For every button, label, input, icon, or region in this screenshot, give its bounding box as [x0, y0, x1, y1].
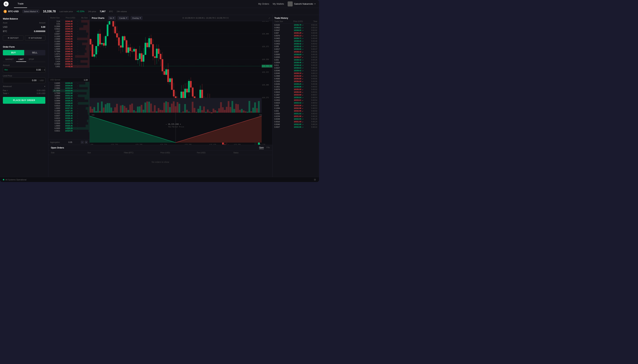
- my-wallets-link[interactable]: My Wallets: [273, 2, 284, 5]
- trade-history-row[interactable]: 0.2933 10336.80 ↙ 9:49:06: [273, 80, 319, 83]
- expand-icon[interactable]: ⤢: [268, 17, 270, 19]
- trade-history-row[interactable]: 0.1094 10332.96 ↙ 9:48:53: [273, 107, 319, 110]
- aggregation-minus-button[interactable]: −: [81, 141, 84, 144]
- advanced-toggle[interactable]: Advanced ▾: [3, 85, 45, 88]
- bid-row[interactable]: 6.0000 10325.25 -: [48, 127, 90, 130]
- ask-row[interactable]: 0.01 10344.40 -: [48, 22, 90, 25]
- select-market-dropdown[interactable]: Select Market ▾: [23, 10, 40, 13]
- bid-row[interactable]: 0.0500 10325.75 -: [48, 122, 90, 125]
- trade-history-row[interactable]: 0.0027 10332.95 ↗ 9:48:22: [273, 126, 319, 128]
- trade-history-row[interactable]: 0.0093 10338.69 ↗ 9:49:30: [273, 53, 319, 56]
- bid-row[interactable]: 3.0268 10329.00 -: [48, 102, 90, 104]
- trade-history-row[interactable]: 0.0463 10338.42 ↗ 9:49:42: [273, 42, 319, 45]
- bid-row[interactable]: 0.0999 10329.25 -: [48, 100, 90, 102]
- trade-history-row[interactable]: 0.1667 10333.60 ↙ 9:48:57: [273, 94, 319, 96]
- timeframe-selector[interactable]: 5m ▾: [108, 16, 116, 20]
- ask-row[interactable]: 3.0000 10339.25 -: [48, 55, 90, 58]
- ask-row[interactable]: 1.0000 10340.65 -: [48, 48, 90, 50]
- trade-history-row[interactable]: 0.0024 10335.00 ↙ 9:49:01: [273, 91, 319, 94]
- trade-history-row[interactable]: 0.0027 10338.63 ↗ 9:49:20: [273, 67, 319, 69]
- ask-row[interactable]: 0.6000 10341.80 -: [48, 45, 90, 48]
- settings-icon[interactable]: ⚙: [314, 178, 316, 181]
- bid-row[interactable]: 1.0000 10325.45 -: [48, 125, 90, 127]
- ask-row[interactable]: 0.1000 10342.90 -: [48, 35, 90, 38]
- trade-history-row[interactable]: 0.2968 10336.80 ↙ 9:49:06: [273, 75, 319, 78]
- trade-history-row[interactable]: 0.0046 10339.25 ↗ 9:49:06: [273, 83, 319, 86]
- trade-history-row[interactable]: 0.0046 10339.42 ↗ 9:49:19: [273, 69, 319, 72]
- trade-history-row[interactable]: 0.0102 10336.78 ↗ 9:50:15: [273, 24, 319, 26]
- sell-tab[interactable]: SELL: [24, 50, 46, 55]
- bid-row[interactable]: 0.0037 10326.45 -: [48, 115, 90, 117]
- trade-history-row[interactable]: 0.0083 10331.02 ↗ 9:48:43: [273, 112, 319, 115]
- bid-row[interactable]: 3.0000 10331.00 -: [48, 94, 90, 97]
- withdraw-button[interactable]: ⊖ WITHDRAW: [25, 35, 46, 40]
- bid-row[interactable]: 0.1322 10326.50 -: [48, 112, 90, 115]
- ask-row[interactable]: 0.132 10337.35 -: [48, 58, 90, 60]
- market-tab[interactable]: MARKET: [3, 57, 16, 62]
- trade-history-row[interactable]: 0.0234 10331.00 ↙ 9:48:28: [273, 115, 319, 118]
- ask-row[interactable]: 2.414 10336.55 -: [48, 60, 90, 63]
- chart-type-selector[interactable]: Candle ▾: [118, 16, 129, 20]
- bid-row[interactable]: 0.6168 10326.30 -: [48, 120, 90, 122]
- bid-row[interactable]: 0.7599 10332.90 -: [48, 92, 90, 94]
- place-order-button[interactable]: PLACE BUY ORDER: [3, 97, 45, 104]
- my-orders-link[interactable]: My Orders: [258, 2, 269, 5]
- amount-input[interactable]: [9, 67, 42, 72]
- trade-history-row[interactable]: 0.4000 10336.80 ↙ 9:49:06: [273, 78, 319, 80]
- open-tab[interactable]: Open: [259, 146, 264, 149]
- overlay-selector[interactable]: Overlay ▾: [131, 16, 143, 20]
- trade-history-row[interactable]: 0.0463 10336.71 ↗ 9:49:48: [273, 37, 319, 40]
- trade-history-row[interactable]: 0.0017 10338.66 ↗ 9:49:37: [273, 48, 319, 50]
- ask-row[interactable]: 0.2999 10344.35 -: [48, 25, 90, 28]
- trade-history-row[interactable]: 0.0076 10335.00 ↙ 9:49:02: [273, 88, 319, 91]
- nav-tab-trade[interactable]: Trade: [14, 0, 27, 8]
- ask-row[interactable]: 0.5922 10344.30 -: [48, 28, 90, 30]
- stop-tab[interactable]: STOP: [26, 57, 37, 62]
- trade-history-row[interactable]: 0.3442 10336.84 ↗ 9:48:54: [273, 96, 319, 99]
- user-area[interactable]: Satoshi Nakamoto ▾: [288, 2, 315, 6]
- trade-history-row[interactable]: 0.0023 10338.05 ↗ 9:49:48: [273, 40, 319, 42]
- ask-row[interactable]: 0.1000 10342.65 -: [48, 40, 90, 43]
- bid-row[interactable]: 2.5000 10334.95 -: [48, 84, 90, 87]
- ask-row[interactable]: 2.0000 10341.95 -: [48, 43, 90, 45]
- limit-tab[interactable]: LIMIT: [16, 57, 26, 62]
- bid-row[interactable]: 0.0021 10324.50 -: [48, 130, 90, 132]
- ask-row[interactable]: 5.601 10336.30 -: [48, 65, 90, 68]
- trade-history-row[interactable]: 0.1821 10338.98 ↗ 9:49:02: [273, 86, 319, 88]
- aggregation-plus-button[interactable]: +: [85, 141, 88, 144]
- ask-row[interactable]: 1.007 10344.00 -: [48, 30, 90, 32]
- trade-history-row[interactable]: 0.0952 10336.81 ↗ 9:50:14: [273, 26, 319, 29]
- trade-history-row[interactable]: 0.007 10338.42 ↙ 9:49:35: [273, 50, 319, 53]
- fills-tab[interactable]: Fills: [266, 146, 270, 149]
- bid-row[interactable]: 0.0010 10328.15 -: [48, 104, 90, 107]
- ask-row[interactable]: 0.0047 10343.75 -: [48, 32, 90, 35]
- trade-history-row[interactable]: 0.005 10338.42 ↗ 9:49:42: [273, 45, 319, 48]
- ask-row[interactable]: 3.14 10344.45 -: [48, 20, 90, 22]
- bid-row[interactable]: 0.1000 10327.25 -: [48, 110, 90, 112]
- trade-history-row[interactable]: 0.007 10335.29 ↙ 9:49:49: [273, 32, 319, 34]
- bid-row[interactable]: 0.0023 10326.40 -: [48, 117, 90, 120]
- trade-history-row[interactable]: 0.001 10338.42 ↗ 9:49:26: [273, 58, 319, 61]
- trade-history-row[interactable]: 0.0076 10335.13 ↙ 9:49:48: [273, 34, 319, 37]
- bid-row[interactable]: 0.4045 10335.05 -: [48, 82, 90, 84]
- trade-history-row[interactable]: 0.0353 10333.01 ↙ 9:48:54: [273, 99, 319, 102]
- bid-row[interactable]: 0.0984 10333.50 -: [48, 87, 90, 90]
- trade-history-row[interactable]: 0.0048 10332.95 ↗ 9:48:28: [273, 118, 319, 120]
- ask-row[interactable]: 0.7599 10340.35 -: [48, 50, 90, 53]
- trade-history-row[interactable]: 0.0016 10331.00 ↙ 9:48:24: [273, 120, 319, 123]
- trade-history-row[interactable]: 0.005 10333.00 ↙ 9:48:53: [273, 104, 319, 107]
- trade-history-row[interactable]: 0.0054 10338.46 ↗ 9:49:20: [273, 61, 319, 64]
- trade-history-row[interactable]: 0.0047 10338.05 ↗ 9:50:02: [273, 29, 319, 32]
- bid-row[interactable]: 1.0000 10327.95 -: [48, 107, 90, 110]
- ask-row[interactable]: 0.1000 10336.45 -: [48, 63, 90, 65]
- limit-price-input[interactable]: [3, 78, 38, 83]
- bid-row[interactable]: 1.2904 10329.35 -: [48, 97, 90, 100]
- buy-tab[interactable]: BUY: [3, 50, 24, 55]
- deposit-button[interactable]: ⊕ DEPOSIT: [3, 35, 24, 40]
- trade-history-row[interactable]: 0.011 10338.42 ↗ 9:49:20: [273, 64, 319, 67]
- ask-row[interactable]: 1.4371 10340.00 -: [48, 53, 90, 55]
- trade-history-row[interactable]: 0.0023 10333.42 ↗ 9:48:53: [273, 102, 319, 104]
- trade-history-row[interactable]: 0.0045 10339.33 ↙ 9:49:13: [273, 72, 319, 75]
- max-button[interactable]: Max: [3, 69, 9, 71]
- trade-history-row[interactable]: 0.0046 10332.95 ↗ 9:48:24: [273, 123, 319, 126]
